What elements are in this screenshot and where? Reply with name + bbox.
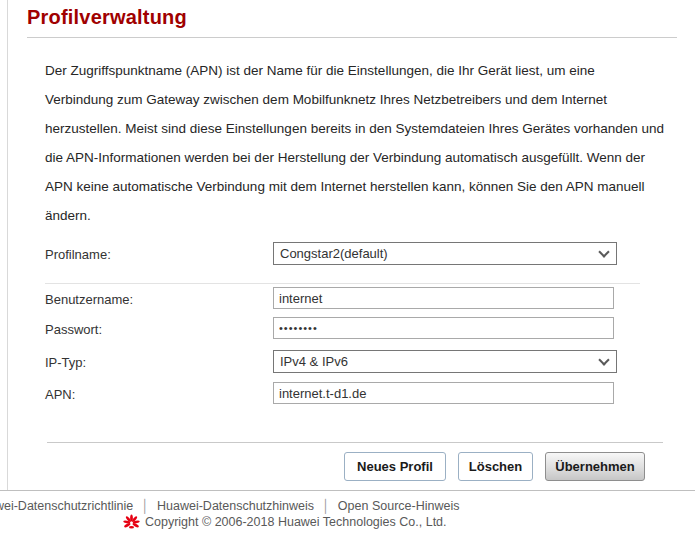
apn-input[interactable]	[273, 382, 614, 404]
footer-links: Huawei-Datenschutzrichtlinie│Huawei-Date…	[0, 499, 459, 513]
buttons-divider	[47, 442, 663, 443]
chevron-down-icon	[598, 246, 609, 257]
chevron-down-icon	[598, 354, 609, 365]
privacy-policy-link[interactable]: Huawei-Datenschutzrichtlinie	[0, 499, 133, 513]
page-title: Profilverwaltung	[27, 6, 187, 29]
content-left-border	[7, 0, 8, 490]
footer-copyright-text: Copyright © 2006-2018 Huawei Technologie…	[145, 515, 447, 529]
open-source-link[interactable]: Open Source-Hinweis	[338, 499, 460, 513]
password-label: Passwort:	[45, 322, 102, 337]
ip-type-select[interactable]: IPv4 & IPv6	[273, 350, 617, 373]
privacy-notice-link[interactable]: Huawei-Datenschutzhinweis	[157, 499, 314, 513]
delete-button[interactable]: Löschen	[458, 452, 533, 481]
profile-name-label: Profilname:	[45, 247, 111, 262]
profile-management-page: Profilverwaltung Der Zugriffspunktname (…	[0, 0, 695, 540]
apn-description-text: Der Zugriffspunktname (APN) ist der Name…	[45, 56, 665, 230]
username-input[interactable]	[273, 287, 614, 309]
title-divider	[27, 37, 677, 38]
apply-button[interactable]: Übernehmen	[545, 452, 645, 481]
new-profile-button[interactable]: Neues Profil	[344, 452, 446, 481]
row-divider	[45, 283, 640, 284]
huawei-logo-icon	[123, 514, 140, 530]
ip-type-selected-value: IPv4 & IPv6	[280, 354, 348, 369]
password-input[interactable]	[273, 317, 614, 339]
ip-type-label: IP-Typ:	[45, 355, 86, 370]
footer-separator: │	[141, 499, 149, 513]
profile-name-selected-value: Congstar2(default)	[280, 246, 388, 261]
profile-name-select[interactable]: Congstar2(default)	[273, 242, 617, 265]
apn-label: APN:	[45, 387, 75, 402]
username-label: Benutzername:	[45, 292, 133, 307]
footer-copyright-row: Copyright © 2006-2018 Huawei Technologie…	[123, 514, 447, 530]
footer-separator: │	[322, 499, 330, 513]
content-bottom-border	[0, 490, 695, 491]
